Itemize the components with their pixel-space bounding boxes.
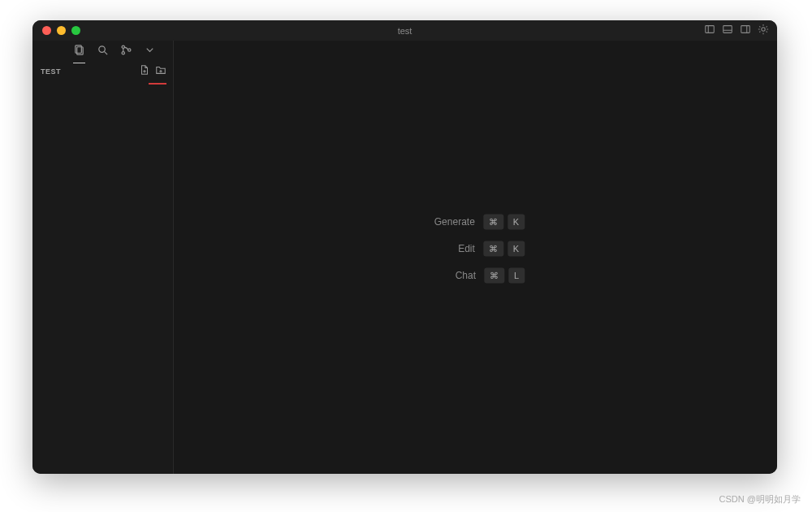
layout-left-icon[interactable] bbox=[704, 24, 715, 38]
maximize-window-button[interactable] bbox=[71, 26, 80, 35]
shortcut-label: Chat bbox=[427, 270, 476, 281]
titlebar: test bbox=[32, 20, 777, 41]
window-title: test bbox=[398, 26, 412, 36]
svg-rect-2 bbox=[723, 25, 732, 33]
keycap-cmd: ⌘ bbox=[483, 241, 503, 256]
welcome-shortcuts: Generate ⌘ K Edit ⌘ K Chat ⌘ bbox=[426, 214, 525, 283]
key-group: ⌘ K bbox=[483, 241, 525, 256]
source-control-tab-icon[interactable] bbox=[120, 44, 132, 59]
chevron-down-icon[interactable] bbox=[144, 44, 156, 59]
main-area: TEST Generate ⌘ K Edit bbox=[32, 41, 777, 474]
shortcut-edit: Edit ⌘ K bbox=[426, 241, 525, 256]
svg-line-10 bbox=[104, 51, 107, 54]
sidebar-title-row: TEST bbox=[32, 62, 173, 81]
new-folder-icon[interactable] bbox=[155, 64, 166, 79]
svg-point-12 bbox=[122, 51, 124, 54]
explorer-tab-icon[interactable] bbox=[73, 44, 85, 63]
error-indicator bbox=[149, 83, 166, 85]
keycap-l: L bbox=[508, 267, 525, 283]
svg-point-13 bbox=[128, 48, 131, 50]
shortcut-label: Edit bbox=[426, 243, 475, 254]
shortcut-chat: Chat ⌘ L bbox=[426, 267, 525, 283]
search-tab-icon[interactable] bbox=[97, 44, 109, 59]
titlebar-actions bbox=[704, 24, 769, 38]
sidebar-title: TEST bbox=[41, 67, 61, 76]
editor-area: Generate ⌘ K Edit ⌘ K Chat ⌘ bbox=[174, 41, 777, 474]
watermark: CSDN @明明如月学 bbox=[719, 493, 801, 505]
shortcut-generate: Generate ⌘ K bbox=[426, 214, 525, 229]
sidebar: TEST bbox=[32, 41, 174, 474]
app-window: test TEST bbox=[32, 20, 777, 474]
sidebar-tab-bar bbox=[32, 41, 173, 62]
keycap-k: K bbox=[508, 241, 525, 256]
close-window-button[interactable] bbox=[42, 26, 51, 35]
key-group: ⌘ L bbox=[484, 267, 525, 283]
svg-rect-0 bbox=[706, 25, 715, 33]
keycap-cmd: ⌘ bbox=[484, 267, 504, 283]
svg-point-6 bbox=[762, 27, 765, 30]
settings-gear-icon[interactable] bbox=[758, 24, 769, 38]
svg-rect-4 bbox=[741, 25, 750, 33]
traffic-lights bbox=[42, 26, 80, 35]
key-group: ⌘ K bbox=[483, 214, 525, 229]
panel-bottom-icon[interactable] bbox=[722, 24, 733, 38]
shortcut-label: Generate bbox=[426, 216, 475, 228]
new-file-icon[interactable] bbox=[139, 64, 150, 79]
keycap-k: K bbox=[508, 214, 525, 229]
keycap-cmd: ⌘ bbox=[483, 214, 503, 229]
svg-point-9 bbox=[99, 46, 106, 52]
layout-right-icon[interactable] bbox=[740, 24, 751, 38]
minimize-window-button[interactable] bbox=[57, 26, 66, 35]
svg-point-11 bbox=[122, 46, 124, 48]
